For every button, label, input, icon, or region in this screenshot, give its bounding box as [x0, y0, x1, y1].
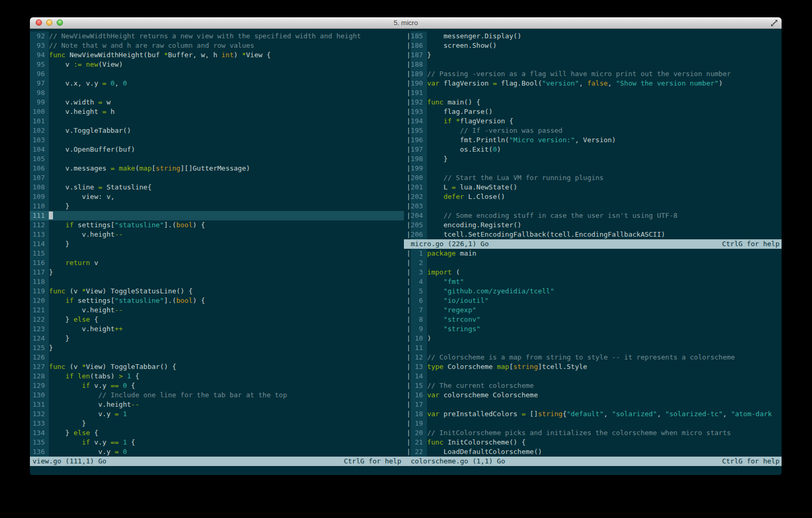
code-line[interactable]: |205 encoding.Register()	[407, 220, 782, 230]
code-line[interactable]: 123 v.height++	[30, 324, 404, 334]
code-line[interactable]: 131 v.height--	[30, 400, 404, 409]
code-line[interactable]: 96	[30, 69, 404, 79]
code-line[interactable]: 101	[30, 117, 404, 126]
code-line[interactable]: | 9 "strings"	[407, 324, 782, 334]
code-line[interactable]: | 17	[407, 400, 782, 409]
code-line[interactable]: | 15 // The current colorscheme	[407, 381, 782, 390]
code-line[interactable]: |186 screen.Show()	[407, 41, 782, 50]
titlebar[interactable]: 5. micro	[30, 17, 782, 29]
code-line[interactable]: 107	[30, 173, 404, 183]
code-line[interactable]: 102 v.ToggleTabbar()	[30, 126, 404, 135]
code-line[interactable]: | 14	[407, 372, 782, 381]
code-line[interactable]: 135 if v.y == 1 {	[30, 438, 404, 447]
line-number: 111	[30, 211, 49, 220]
code-line[interactable]: | 22 LoadDefaultColorscheme()	[407, 447, 782, 457]
code-line[interactable]: |189 // Passing -version as a flag will …	[407, 69, 782, 79]
code-line[interactable]: |192 func main() {	[407, 98, 782, 107]
code-line[interactable]: | 2	[407, 258, 782, 268]
code-line[interactable]: 128 if len(tabs) > 1 {	[30, 372, 404, 381]
code-line[interactable]: |191	[407, 88, 782, 98]
code-line[interactable]: | 7 "regexp"	[407, 305, 782, 315]
code-line[interactable]: 115	[30, 249, 404, 258]
code-line[interactable]: |204 // Some encoding stuff in case the …	[407, 211, 782, 220]
code-line[interactable]: 127 func (v *View) ToggleTabbar() {	[30, 362, 404, 372]
code-line[interactable]: 104 v.OpenBuffer(buf)	[30, 145, 404, 154]
code-line[interactable]: | 18 var preInstalledColors = []string{"…	[407, 409, 782, 419]
code-line[interactable]: |194 if *flagVersion {	[407, 117, 782, 126]
code-line[interactable]: |187 }	[407, 50, 782, 60]
code-line[interactable]: |198 }	[407, 154, 782, 164]
code-line[interactable]: 99 v.width = w	[30, 98, 404, 107]
code-line[interactable]: 94 func NewViewWidthHeight(buf *Buffer, …	[30, 50, 404, 60]
editor-pane-micro-go[interactable]: |185 messenger.Display()|186 screen.Show…	[404, 29, 782, 239]
editor-pane-colorscheme-go[interactable]: | 1 package main| 2 | 3 import (| 4 "fmt…	[404, 249, 782, 457]
code-line[interactable]: |190 var flagVersion = flag.Bool("versio…	[407, 79, 782, 88]
code-text: if v.y == 1 {	[49, 438, 404, 447]
code-line[interactable]: 114 }	[30, 239, 404, 249]
code-line[interactable]: | 3 import (	[407, 268, 782, 277]
code-line[interactable]: 120 if settings["statusline"].(bool) {	[30, 296, 404, 305]
code-line[interactable]: 116 return v	[30, 258, 404, 268]
code-line[interactable]: 97 v.x, v.y = 0, 0	[30, 79, 404, 88]
code-line[interactable]: 100 v.height = h	[30, 107, 404, 117]
code-line[interactable]: 124 }	[30, 334, 404, 343]
code-line[interactable]: | 19	[407, 419, 782, 428]
code-line[interactable]: |188	[407, 60, 782, 69]
code-line[interactable]: 106 v.messages = make(map[string][]Gutte…	[30, 164, 404, 173]
code-line[interactable]: 110 }	[30, 202, 404, 211]
code-line[interactable]: 130 // Include one line for the tab bar …	[30, 390, 404, 400]
code-line[interactable]: 133 }	[30, 419, 404, 428]
code-line[interactable]: 103	[30, 135, 404, 145]
line-number: 200	[411, 173, 427, 183]
code-line[interactable]: |195 // If -version was passed	[407, 126, 782, 135]
code-line[interactable]: 132 v.y = 1	[30, 409, 404, 419]
window-resize-icon[interactable]	[771, 19, 778, 27]
code-line[interactable]: |185 messenger.Display()	[407, 31, 782, 41]
code-line[interactable]: 118	[30, 277, 404, 287]
code-line[interactable]: | 5 "github.com/zyedidia/tcell"	[407, 287, 782, 296]
code-line[interactable]: | 13 type Colorscheme map[string]tcell.S…	[407, 362, 782, 372]
code-text: }	[427, 50, 782, 60]
code-line[interactable]: 92 // NewViewWidthHeight returns a new v…	[30, 31, 404, 41]
code-line[interactable]: 98	[30, 88, 404, 98]
code-line[interactable]: | 21 func InitColorscheme() {	[407, 438, 782, 447]
code-line[interactable]: 126	[30, 353, 404, 362]
code-line[interactable]: 108 v.sline = Statusline{	[30, 183, 404, 192]
code-line[interactable]: |199	[407, 164, 782, 173]
code-line[interactable]: |201 L = lua.NewState()	[407, 183, 782, 192]
code-line[interactable]: |193 flag.Parse()	[407, 107, 782, 117]
code-line[interactable]: | 16 var colorscheme Colorscheme	[407, 390, 782, 400]
code-line[interactable]: | 10 )	[407, 334, 782, 343]
code-line[interactable]: 136 v.y = 0	[30, 447, 404, 457]
code-line[interactable]: 111	[30, 211, 404, 220]
code-line[interactable]: |206 tcell.SetEncodingFallback(tcell.Enc…	[407, 230, 782, 239]
code-line[interactable]: |197 os.Exit(0)	[407, 145, 782, 154]
line-number: 129	[30, 381, 49, 390]
code-line[interactable]: |202 defer L.Close()	[407, 192, 782, 202]
code-line[interactable]: | 12 // Colorscheme is a map from string…	[407, 353, 782, 362]
code-line[interactable]: | 6 "io/ioutil"	[407, 296, 782, 305]
code-line[interactable]: | 11	[407, 343, 782, 353]
code-line[interactable]: 109 view: v,	[30, 192, 404, 202]
editor-pane-view-go[interactable]: 92 // NewViewWidthHeight returns a new v…	[30, 29, 404, 457]
code-line[interactable]: | 8 "strconv"	[407, 315, 782, 324]
pane-divider: |	[407, 400, 411, 409]
code-line[interactable]: 112 if settings["statusline"].(bool) {	[30, 220, 404, 230]
code-line[interactable]: 93 // Note that w and h are raw column a…	[30, 41, 404, 50]
code-line[interactable]: 134 } else {	[30, 428, 404, 438]
code-line[interactable]: |196 fmt.Println("Micro version:", Versi…	[407, 135, 782, 145]
code-line[interactable]: | 1 package main	[407, 249, 782, 258]
code-line[interactable]: |200 // Start the Lua VM for running plu…	[407, 173, 782, 183]
code-line[interactable]: | 20 // InitColorscheme picks and initia…	[407, 428, 782, 438]
code-line[interactable]: 121 v.height--	[30, 305, 404, 315]
code-line[interactable]: 117 }	[30, 268, 404, 277]
code-line[interactable]: 119 func (v *View) ToggleStatusLine() {	[30, 287, 404, 296]
code-line[interactable]: 122 } else {	[30, 315, 404, 324]
code-line[interactable]: 105	[30, 154, 404, 164]
code-line[interactable]: 113 v.height--	[30, 230, 404, 239]
code-line[interactable]: 125 }	[30, 343, 404, 353]
code-line[interactable]: | 4 "fmt"	[407, 277, 782, 287]
code-line[interactable]: |203	[407, 202, 782, 211]
code-line[interactable]: 129 if v.y == 0 {	[30, 381, 404, 390]
code-line[interactable]: 95 v := new(View)	[30, 60, 404, 69]
